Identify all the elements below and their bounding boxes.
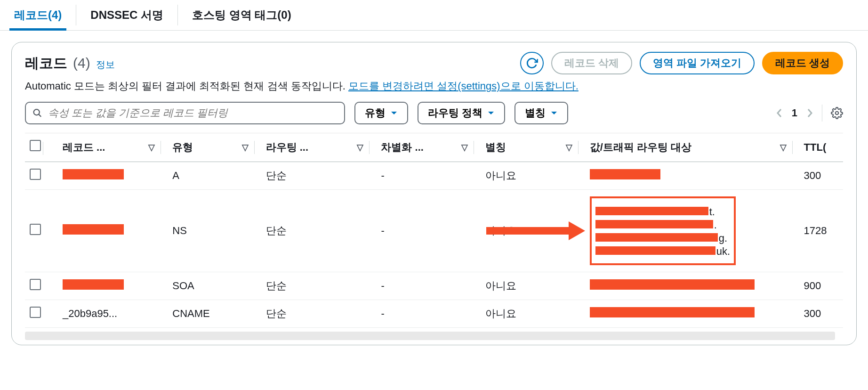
col-type[interactable]: 유형▽	[168, 133, 261, 162]
cell-type: CNAME	[168, 300, 261, 328]
mode-description: Automatic 모드는 최상의 필터 결과에 최적화된 현재 검색 동작입니…	[25, 79, 843, 93]
import-zone-file-button[interactable]: 영역 파일 가져오기	[640, 52, 755, 74]
sort-icon: ▽	[242, 142, 249, 153]
routing-policy-filter[interactable]: 라우팅 정책	[418, 102, 505, 124]
cell-ttl: 300	[799, 162, 843, 190]
page-number: 1	[792, 107, 797, 119]
alias-filter-label: 별칭	[525, 106, 546, 120]
next-page-button[interactable]	[806, 107, 813, 119]
svg-rect-3	[486, 227, 571, 235]
cell-alias: 아니요	[481, 272, 585, 300]
gear-icon	[831, 107, 843, 119]
cell-ttl: 300	[799, 300, 843, 328]
cell-diff: -	[376, 190, 481, 272]
cell-type: NS	[168, 190, 261, 272]
row-checkbox[interactable]	[30, 169, 41, 180]
ns-suffix: t.	[709, 206, 715, 218]
chevron-right-icon	[806, 107, 813, 119]
arrow-annotation	[486, 221, 585, 240]
cell-diff: -	[376, 162, 481, 190]
cell-alias: 아니요	[481, 162, 585, 190]
cell-routing: 단순	[261, 162, 377, 190]
svg-line-1	[39, 114, 41, 117]
refresh-icon	[526, 57, 538, 69]
table-header-row: 레코드 ...▽ 유형▽ 라우팅 ...▽ 차별화 ...▽ 별칭▽ 값/트래픽…	[25, 133, 843, 162]
type-filter[interactable]: 유형	[354, 102, 408, 124]
cell-type: SOA	[168, 272, 261, 300]
cell-ttl: 1728	[799, 190, 843, 272]
table-row: A 단순 - 아니요 300	[25, 162, 843, 190]
caret-down-icon	[390, 110, 398, 116]
col-record-name[interactable]: 레코드 ...▽	[58, 133, 168, 162]
ns-value-highlight: t. . g. uk.	[590, 196, 736, 265]
svg-point-2	[836, 112, 839, 115]
ns-suffix: uk.	[716, 245, 730, 258]
tabs-bar: 레코드(4) DNSSEC 서명 호스팅 영역 태그(0)	[0, 0, 868, 31]
panel-count: (4)	[73, 55, 90, 71]
alias-filter[interactable]: 별칭	[514, 102, 568, 124]
horizontal-scrollbar[interactable]	[25, 332, 835, 340]
records-table: 레코드 ...▽ 유형▽ 라우팅 ...▽ 차별화 ...▽ 별칭▽ 값/트래픽…	[25, 133, 843, 328]
sort-icon: ▽	[780, 142, 787, 153]
search-box[interactable]	[25, 102, 345, 124]
cell-ttl: 900	[799, 272, 843, 300]
cell-routing: 단순	[261, 190, 377, 272]
refresh-button[interactable]	[520, 52, 544, 74]
redacted-name	[63, 279, 124, 290]
tab-records[interactable]: 레코드(4)	[0, 0, 76, 30]
caret-down-icon	[487, 110, 495, 116]
cell-name: _20b9a95...	[58, 300, 168, 328]
create-record-button[interactable]: 레코드 생성	[762, 52, 843, 74]
ns-suffix: .	[714, 219, 717, 231]
col-value[interactable]: 값/트래픽 라우팅 대상▽	[585, 133, 799, 162]
info-link[interactable]: 정보	[96, 58, 115, 71]
redacted-name	[63, 224, 124, 235]
cell-diff: -	[376, 272, 481, 300]
row-checkbox[interactable]	[30, 307, 41, 318]
redacted-value	[590, 169, 660, 179]
sort-icon: ▽	[357, 142, 363, 153]
filter-toolbar: 유형 라우팅 정책 별칭 1	[25, 102, 843, 124]
panel-actions: 레코드 삭제 영역 파일 가져오기 레코드 생성	[520, 52, 843, 74]
redacted-value	[590, 307, 755, 317]
panel-header: 레코드 (4) 정보 레코드 삭제 영역 파일 가져오기 레코드 생성	[25, 52, 843, 74]
col-alias[interactable]: 별칭▽	[481, 133, 585, 162]
table-row: _20b9a95... CNAME 단순 - 아니요 300	[25, 300, 843, 328]
pagination: 1	[776, 105, 843, 122]
tab-dnssec[interactable]: DNSSEC 서명	[76, 0, 177, 30]
cell-routing: 단순	[261, 272, 377, 300]
routing-filter-label: 라우팅 정책	[428, 106, 482, 120]
select-all-checkbox[interactable]	[30, 140, 41, 151]
table-row: NS 단순 - 아니요 t. . g. uk. 1728	[25, 190, 843, 272]
table-row: SOA 단순 - 아니요 900	[25, 272, 843, 300]
search-input[interactable]	[48, 107, 338, 119]
type-filter-label: 유형	[365, 106, 386, 120]
cell-routing: 단순	[261, 300, 377, 328]
cell-type: A	[168, 162, 261, 190]
prev-page-button[interactable]	[776, 107, 783, 119]
sort-icon: ▽	[566, 142, 572, 153]
row-checkbox[interactable]	[30, 224, 41, 235]
tab-hosted-zone-tags[interactable]: 호스팅 영역 태그(0)	[178, 0, 305, 30]
sort-icon: ▽	[148, 142, 155, 153]
separator	[822, 105, 822, 122]
ns-suffix: g.	[719, 232, 727, 244]
redacted-name	[63, 169, 124, 179]
panel-title-wrap: 레코드 (4) 정보	[25, 54, 115, 73]
mode-text: Automatic 모드는 최상의 필터 결과에 최적화된 현재 검색 동작입니…	[25, 80, 348, 92]
row-checkbox[interactable]	[30, 279, 41, 290]
svg-point-0	[34, 109, 40, 115]
caret-down-icon	[550, 110, 558, 116]
delete-record-button: 레코드 삭제	[551, 52, 632, 74]
chevron-left-icon	[776, 107, 783, 119]
panel-title: 레코드	[25, 54, 67, 73]
settings-button[interactable]	[831, 107, 843, 119]
settings-link[interactable]: 모드를 변경하려면 설정(settings)으로 이동합니다.	[348, 80, 579, 92]
search-icon	[32, 108, 42, 118]
col-routing[interactable]: 라우팅 ...▽	[261, 133, 377, 162]
cell-alias: 아니요	[481, 300, 585, 328]
cell-diff: -	[376, 300, 481, 328]
col-differentiator[interactable]: 차별화 ...▽	[376, 133, 481, 162]
redacted-value	[590, 279, 755, 290]
col-ttl[interactable]: TTL(	[799, 133, 843, 162]
